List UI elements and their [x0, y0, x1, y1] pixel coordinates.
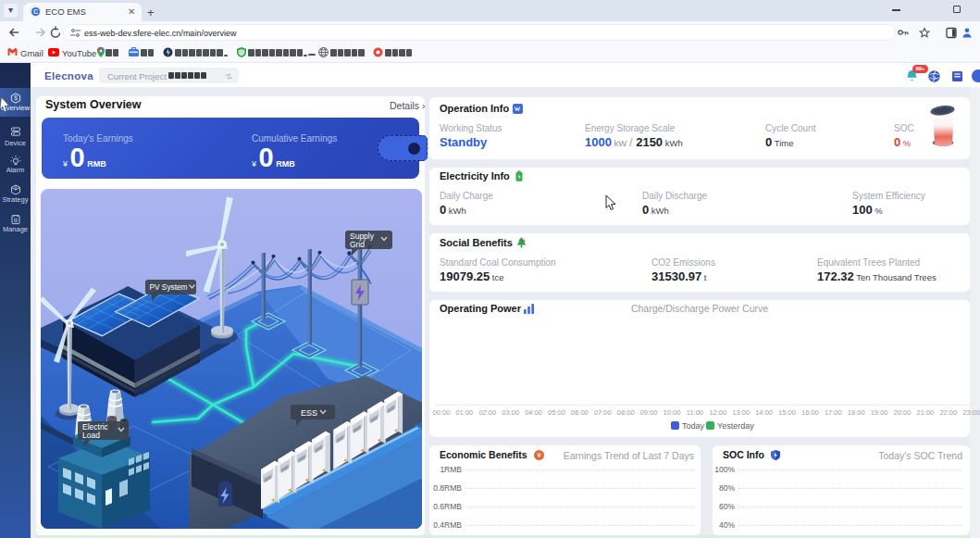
svg-text:$: $ — [14, 94, 18, 101]
svg-text:Grid: Grid — [350, 240, 365, 249]
svg-text:Load: Load — [82, 431, 100, 440]
svg-text:ESS: ESS — [301, 408, 317, 418]
svg-text:PV System: PV System — [150, 282, 188, 292]
